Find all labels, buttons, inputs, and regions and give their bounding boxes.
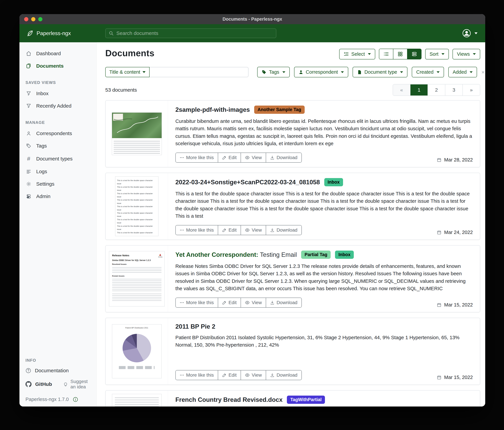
download-button[interactable]: Download xyxy=(266,225,301,235)
document-card: French Country Bread Revised.docx TagWit… xyxy=(105,390,480,406)
ellipsis-icon xyxy=(180,155,184,160)
select-button[interactable]: Select xyxy=(339,49,375,59)
brand-logo[interactable]: Paperless-ngx xyxy=(27,30,71,37)
tag[interactable]: Another Sample Tag xyxy=(254,106,305,114)
edit-button[interactable]: Edit xyxy=(218,153,241,162)
github-icon xyxy=(26,381,32,387)
document-thumbnail[interactable] xyxy=(112,112,162,155)
download-button[interactable]: Download xyxy=(266,370,301,380)
download-icon xyxy=(270,373,274,377)
table-view-button[interactable] xyxy=(379,49,393,59)
edit-button[interactable]: Edit xyxy=(218,298,241,307)
sidebar-item-correspondents[interactable]: Correspondents xyxy=(19,127,96,140)
sort-button[interactable]: Sort xyxy=(425,49,449,59)
sidebar-item-logs[interactable]: Logs xyxy=(19,165,96,178)
close-icon: × xyxy=(481,69,485,75)
user-menu[interactable] xyxy=(462,24,477,42)
chevron-down-icon xyxy=(282,71,285,73)
view-button[interactable]: View xyxy=(241,225,266,235)
sidebar-item-document-types[interactable]: # Document types xyxy=(19,152,96,165)
tag[interactable]: Inbox xyxy=(324,178,343,186)
edit-button[interactable]: Edit xyxy=(218,225,241,235)
documentation-label: Documentation xyxy=(35,368,69,374)
sidebar-item-documents[interactable]: Documents xyxy=(19,60,96,72)
zoom-button[interactable] xyxy=(38,17,42,21)
view-button[interactable]: View xyxy=(241,153,266,162)
added-filter-button[interactable]: Added xyxy=(448,67,477,77)
search-input[interactable] xyxy=(116,30,273,36)
sidebar-section-info: INFO xyxy=(19,356,96,365)
created-filter-button[interactable]: Created xyxy=(412,67,444,77)
detail-view-button[interactable] xyxy=(407,49,421,59)
more-like-this-button[interactable]: More like this xyxy=(176,298,218,307)
documentation-link[interactable]: Documentation xyxy=(26,368,69,374)
eye-icon xyxy=(245,155,250,160)
sidebar-item-dashboard[interactable]: Dashboard xyxy=(19,47,96,60)
grid-view-button[interactable] xyxy=(393,49,407,59)
pagination-next[interactable]: » xyxy=(462,84,480,95)
chevron-down-icon xyxy=(473,53,476,55)
pagination-prev[interactable]: « xyxy=(393,84,410,95)
views-button[interactable]: Views xyxy=(452,49,480,59)
correspondent-filter-button[interactable]: Correspondent xyxy=(294,67,348,77)
minimize-button[interactable] xyxy=(31,17,35,21)
reset-filters-button[interactable]: × Reset filters xyxy=(481,69,485,75)
file-filled-icon xyxy=(357,70,362,75)
more-like-this-button[interactable]: More like this xyxy=(176,153,218,162)
tag[interactable]: Partial Tag xyxy=(301,251,331,259)
pagination-page-3[interactable]: 3 xyxy=(445,84,462,95)
version-label: Paperless-ngx 1.7.0 xyxy=(26,397,69,402)
sidebar-section-manage: MANAGE xyxy=(19,118,96,127)
view-button[interactable]: View xyxy=(241,298,266,307)
version-info: Paperless-ngx 1.7.0 xyxy=(19,392,96,402)
doctype-filter-label: Document type xyxy=(364,69,397,75)
chevron-down-icon xyxy=(475,32,477,34)
chevron-down-icon xyxy=(437,71,440,73)
toggles-icon xyxy=(26,194,32,199)
document-title[interactable]: French Country Bread Revised.docx xyxy=(175,396,282,403)
sidebar-item-inbox[interactable]: Inbox xyxy=(19,87,96,100)
suggest-idea-link[interactable]: Suggest an idea xyxy=(63,379,90,390)
pagination-page-1[interactable]: 1 xyxy=(410,84,428,95)
sidebar-item-admin[interactable]: Admin xyxy=(19,190,96,203)
download-button[interactable]: Download xyxy=(266,298,301,307)
document-title[interactable]: 2sample-pdf-with-images xyxy=(175,106,250,113)
sidebar-item-settings[interactable]: Settings xyxy=(19,178,96,190)
tags-filter-button[interactable]: Tags xyxy=(257,67,289,77)
filter-query-input[interactable] xyxy=(150,67,249,77)
document-thumbnail[interactable]: ▲Simba Release Notes Simba ODBC Driver f… xyxy=(109,251,165,307)
document-thumbnail[interactable] xyxy=(112,394,162,406)
view-button[interactable]: View xyxy=(241,370,266,380)
edit-button[interactable]: Edit xyxy=(218,370,241,380)
calendar-icon xyxy=(437,158,441,162)
sidebar-item-recently-added[interactable]: Recently Added xyxy=(19,100,96,112)
tag[interactable]: Inbox xyxy=(335,251,354,259)
pagination-page-2[interactable]: 2 xyxy=(428,84,445,95)
document-title[interactable]: Yet Another Correspondent: Testing Email xyxy=(175,251,297,258)
search-icon xyxy=(109,31,114,36)
search-field-dropdown[interactable]: Title & content xyxy=(105,67,150,77)
calendar-icon xyxy=(437,230,441,235)
thumbnail-text: Known Issues xyxy=(112,275,162,277)
person-filled-icon xyxy=(298,70,304,75)
more-like-this-button[interactable]: More like this xyxy=(176,370,218,380)
doctype-filter-button[interactable]: Document type xyxy=(353,67,407,77)
sidebar-item-tags[interactable]: Tags xyxy=(19,140,96,152)
correspondent-link[interactable]: Yet Another Correspondent xyxy=(175,251,256,258)
tag-filled-icon xyxy=(261,70,267,75)
pagination: « 1 2 3 » xyxy=(393,84,480,96)
tag[interactable]: TagWithPartial xyxy=(287,396,325,404)
close-button[interactable] xyxy=(24,17,28,21)
sidebar-item-label: Settings xyxy=(36,181,54,187)
thumbnail-text: This is a test for the double space char… xyxy=(117,179,157,234)
github-link[interactable]: GitHub xyxy=(26,381,52,387)
document-thumbnail[interactable]: This is a test for the double space char… xyxy=(115,176,158,236)
info-circle-icon[interactable] xyxy=(73,397,78,402)
document-thumbnail[interactable]: Patient BP Distribution 2011 xyxy=(112,324,162,378)
download-button[interactable]: Download xyxy=(266,153,301,162)
added-filter-label: Added xyxy=(453,69,467,75)
more-like-this-button[interactable]: More like this xyxy=(176,225,218,235)
global-search[interactable] xyxy=(105,28,276,38)
document-title[interactable]: 2011 BP Pie 2 xyxy=(175,323,215,330)
document-title[interactable]: 2022-03-24+Sonstige+ScanPC2022-03-24_081… xyxy=(175,179,320,186)
